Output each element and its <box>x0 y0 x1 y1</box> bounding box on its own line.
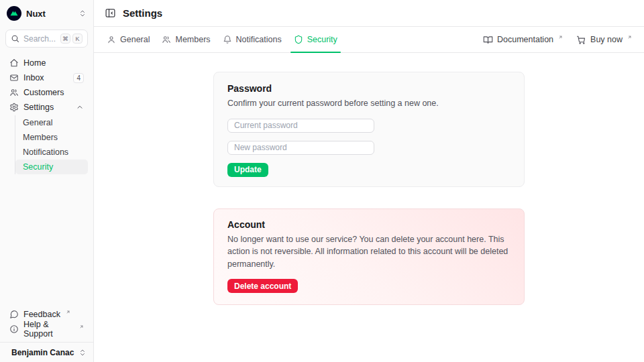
inbox-count-badge: 4 <box>73 73 84 83</box>
tab-label: General <box>120 35 150 44</box>
sidebar-item-security[interactable]: Security <box>15 160 88 174</box>
sidebar-item-customers[interactable]: Customers <box>5 85 88 100</box>
search-input[interactable]: Search... ⌘K <box>5 29 88 48</box>
new-password-input[interactable] <box>227 141 374 155</box>
settings-security-panel: Password Confirm your current password b… <box>94 53 644 362</box>
link-label: Buy now <box>590 35 623 44</box>
footer-item-label: Help & Support <box>23 320 74 339</box>
main-area: Settings General Members Notifications S… <box>94 0 644 362</box>
tab-members[interactable]: Members <box>156 27 216 52</box>
sub-item-label: Security <box>23 162 53 172</box>
message-circle-icon <box>9 310 19 319</box>
sub-item-label: Notifications <box>23 147 68 157</box>
sidebar-item-inbox[interactable]: Inbox 4 <box>5 70 88 85</box>
users-icon <box>162 35 171 44</box>
gear-icon <box>9 103 19 112</box>
tab-label: Notifications <box>236 35 282 44</box>
documentation-link[interactable]: Documentation <box>478 27 568 52</box>
account-card-title: Account <box>227 219 511 230</box>
book-open-icon <box>483 35 493 45</box>
footer-item-label: Feedback <box>23 310 60 319</box>
sub-item-label: Members <box>23 133 58 142</box>
sidebar-item-label: Settings <box>23 103 54 112</box>
search-placeholder: Search... <box>23 34 56 44</box>
update-password-button[interactable]: Update <box>227 163 268 177</box>
team-name: Nuxt <box>26 9 74 19</box>
home-icon <box>9 58 19 68</box>
kbd-cmd: ⌘ <box>60 34 70 44</box>
tab-notifications[interactable]: Notifications <box>217 27 288 52</box>
chevrons-up-down-icon <box>78 9 87 17</box>
external-link-icon <box>558 35 563 40</box>
sidebar-item-general[interactable]: General <box>15 115 88 130</box>
collapse-sidebar-button[interactable] <box>105 7 116 19</box>
sidebar-item-label: Customers <box>23 88 64 97</box>
link-label: Documentation <box>497 35 553 44</box>
sidebar-item-members[interactable]: Members <box>15 130 88 145</box>
header-links: Documentation Buy now <box>478 27 637 52</box>
shield-icon <box>294 35 303 44</box>
account-card: Account No longer want to use our servic… <box>213 208 525 306</box>
page-header: Settings <box>94 0 644 27</box>
tab-label: Members <box>175 35 210 44</box>
current-password-input[interactable] <box>227 119 374 133</box>
external-link-icon <box>627 35 632 40</box>
sub-item-label: General <box>23 118 52 127</box>
tab-general[interactable]: General <box>101 27 156 52</box>
shopping-cart-icon <box>576 35 586 45</box>
delete-account-button[interactable]: Delete account <box>227 279 298 293</box>
page-title: Settings <box>123 7 162 19</box>
sidebar-item-settings[interactable]: Settings <box>5 100 88 115</box>
chevron-up-icon <box>76 103 84 111</box>
sidebar-item-label: Inbox <box>23 73 44 82</box>
tab-security[interactable]: Security <box>288 27 343 52</box>
sidebar-item-label: Home <box>23 58 46 68</box>
sidebar-item-notifications[interactable]: Notifications <box>15 145 88 160</box>
search-icon <box>11 34 19 43</box>
sidebar-nav: Home Inbox 4 Customers Settings Genera <box>0 53 93 303</box>
tab-label: Security <box>307 35 337 44</box>
users-icon <box>9 88 19 97</box>
help-support-link[interactable]: Help & Support <box>5 322 88 337</box>
sidebar: Nuxt Search... ⌘K Home Inbox 4 <box>0 0 94 362</box>
user-name: Benjamin Canac <box>11 348 74 357</box>
user-icon <box>107 35 116 44</box>
password-card-title: Password <box>227 83 511 94</box>
sidebar-item-home[interactable]: Home <box>5 56 88 70</box>
info-circle-icon <box>9 324 19 334</box>
buy-now-link[interactable]: Buy now <box>571 27 637 52</box>
user-menu[interactable]: Benjamin Canac <box>0 342 93 362</box>
kbd-k: K <box>72 34 83 44</box>
external-link-icon <box>66 310 70 314</box>
password-card: Password Confirm your current password b… <box>213 72 525 187</box>
account-card-description: No longer want to use our service? You c… <box>227 233 511 271</box>
bell-icon <box>223 35 232 44</box>
password-card-description: Confirm your current password before set… <box>227 97 511 110</box>
nuxt-logo-icon <box>7 6 21 21</box>
sidebar-footer: Feedback Help & Support <box>0 303 93 342</box>
chevrons-up-down-icon <box>78 349 87 357</box>
tabs-bar: General Members Notifications Security <box>94 27 644 53</box>
settings-sub-list: General Members Notifications Security <box>15 115 88 174</box>
inbox-icon <box>9 73 19 82</box>
external-link-icon <box>79 324 84 329</box>
team-switcher[interactable]: Nuxt <box>0 0 93 27</box>
